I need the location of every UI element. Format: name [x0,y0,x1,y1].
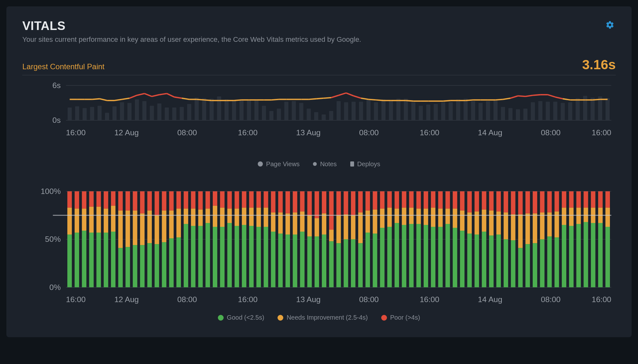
svg-rect-236 [409,191,413,207]
svg-rect-161 [227,191,232,208]
svg-rect-147 [198,226,203,287]
svg-text:08:00: 08:00 [359,295,379,304]
svg-rect-171 [256,227,261,287]
svg-rect-33 [284,102,288,120]
svg-rect-22 [202,98,206,120]
svg-rect-225 [387,227,392,287]
svg-rect-42 [352,102,356,120]
svg-rect-169 [249,207,254,226]
svg-rect-222 [380,228,384,287]
svg-rect-270 [496,234,501,287]
svg-rect-143 [184,191,188,208]
svg-text:50%: 50% [45,235,61,243]
svg-rect-312 [598,223,603,287]
svg-text:13 Aug: 13 Aug [296,128,321,137]
svg-rect-201 [329,241,334,287]
svg-rect-41 [344,102,348,121]
svg-rect-105 [96,233,101,287]
svg-rect-19 [180,107,184,120]
svg-rect-122 [133,191,137,210]
svg-rect-210 [351,239,355,287]
legend-notes: Notes [313,160,337,168]
svg-rect-99 [82,231,86,287]
svg-rect-148 [198,209,203,226]
svg-rect-108 [104,233,108,287]
svg-text:12 Aug: 12 Aug [114,128,139,137]
svg-rect-104 [89,191,93,206]
svg-rect-266 [482,191,486,209]
svg-rect-208 [344,214,348,239]
svg-rect-4 [68,108,72,120]
svg-rect-199 [322,213,326,234]
legend-label: Needs Improvement (2.5-4s) [286,314,368,321]
svg-rect-183 [286,234,290,287]
svg-rect-57 [464,99,468,120]
svg-text:16:00: 16:00 [238,295,258,304]
svg-text:0s: 0s [52,116,61,124]
svg-rect-252 [453,228,457,287]
svg-rect-205 [336,215,341,243]
svg-rect-5 [75,106,79,120]
svg-rect-67 [538,101,542,120]
svg-rect-62 [501,107,505,120]
svg-rect-68 [546,102,550,120]
svg-rect-255 [460,231,464,287]
svg-rect-55 [449,102,453,121]
svg-rect-27 [240,99,244,120]
svg-rect-72 [575,98,580,120]
metric-row: Largest Contentful Paint 3.16s [22,57,616,75]
svg-rect-46 [382,99,386,120]
svg-rect-272 [496,191,501,211]
svg-rect-234 [409,224,413,287]
svg-rect-275 [504,191,508,212]
svg-rect-49 [404,99,408,120]
svg-rect-125 [140,191,145,213]
svg-rect-186 [293,234,297,287]
svg-rect-164 [234,191,239,208]
svg-rect-176 [264,191,268,207]
svg-text:16:00: 16:00 [238,128,258,137]
svg-rect-69 [553,102,557,120]
settings-button[interactable] [604,19,616,32]
svg-rect-249 [445,224,450,287]
svg-rect-227 [387,191,392,207]
vitals-panel: VITALS Your sites current performance in… [6,6,632,337]
svg-rect-39 [329,111,333,120]
svg-rect-136 [169,210,174,238]
svg-rect-111 [111,232,115,287]
svg-rect-63 [508,108,513,120]
svg-rect-217 [366,210,370,232]
svg-rect-58 [471,101,475,120]
svg-rect-113 [111,191,115,205]
svg-rect-303 [576,224,581,287]
svg-text:08:00: 08:00 [359,128,379,137]
svg-rect-246 [438,227,443,287]
svg-rect-44 [367,100,371,120]
svg-rect-140 [176,191,181,208]
svg-rect-135 [169,238,174,287]
svg-rect-311 [591,191,595,207]
svg-rect-101 [82,191,86,208]
svg-rect-10 [113,106,117,120]
svg-rect-267 [489,235,493,287]
svg-rect-206 [336,191,341,215]
svg-rect-256 [460,210,464,230]
svg-rect-218 [366,191,370,210]
svg-rect-301 [569,207,574,226]
svg-rect-238 [416,208,421,224]
svg-rect-192 [307,236,312,287]
svg-rect-302 [569,191,574,207]
svg-text:08:00: 08:00 [177,295,197,304]
svg-rect-123 [140,245,145,287]
svg-rect-190 [300,211,305,231]
svg-rect-237 [416,224,421,287]
svg-rect-76 [605,98,610,120]
svg-text:0%: 0% [49,283,61,291]
svg-rect-261 [475,234,479,287]
svg-rect-95 [67,191,72,207]
svg-rect-247 [438,208,443,227]
svg-rect-21 [195,98,199,120]
svg-rect-120 [133,245,137,287]
panel-title: VITALS [22,19,361,33]
svg-rect-60 [486,101,490,120]
